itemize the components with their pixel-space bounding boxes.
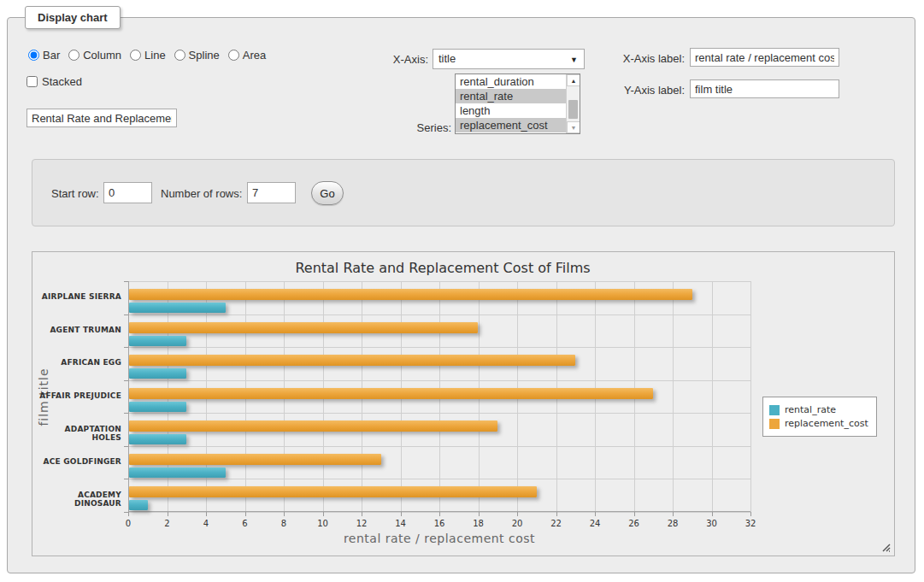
page: Display chart BarColumnLineSplineArea St… <box>0 0 924 582</box>
bar-replacement_cost-airplane-sierra[interactable] <box>129 289 692 300</box>
x-tick-label: 10 <box>310 519 336 528</box>
chart-title: Rental Rate and Replacement Cost of Film… <box>32 260 853 276</box>
x-tick-label: 26 <box>621 519 647 528</box>
category-label-adaptation-holes: ADAPTATION HOLES <box>32 425 121 442</box>
y-tick-mark <box>124 446 128 447</box>
bar-replacement_cost-african-egg[interactable] <box>129 355 575 366</box>
chart-type-option-line: Line <box>130 49 166 62</box>
chevron-down-icon: ▼ <box>570 50 578 69</box>
go-button[interactable]: Go <box>311 181 344 205</box>
gridline-horizontal <box>128 380 750 381</box>
x-axis-select-label: X-Axis: <box>350 53 428 66</box>
y-tick-mark <box>124 315 128 315</box>
series-select-label: Series: <box>375 121 451 134</box>
x-tick-mark <box>284 512 285 516</box>
chart-type-radio-label: Bar <box>43 49 60 62</box>
scrollbar-thumb[interactable] <box>568 100 578 119</box>
y-tick-mark <box>124 413 128 414</box>
x-tick-label: 8 <box>271 519 297 528</box>
x-tick-mark <box>634 512 635 516</box>
bar-replacement_cost-ace-goldfinger[interactable] <box>129 454 381 465</box>
gridline-horizontal <box>128 413 750 414</box>
chart-type-option-bar: Bar <box>28 49 60 62</box>
bar-replacement_cost-agent-truman[interactable] <box>129 322 478 333</box>
y-axis-label-label: Y-Axis label: <box>597 84 685 97</box>
x-tick-mark <box>323 512 324 516</box>
x-axis-select[interactable]: title ▼ <box>433 49 585 69</box>
x-tick-label: 0 <box>115 519 141 528</box>
series-option-replacement_cost[interactable]: replacement_cost <box>456 118 566 132</box>
series-options: rental_durationrental_ratelengthreplacem… <box>456 74 566 133</box>
chart-type-radio-column[interactable] <box>68 50 79 61</box>
legend-item-rental_rate[interactable]: rental_rate <box>769 404 868 415</box>
legend-label: rental_rate <box>785 404 836 415</box>
fieldset-legend: Display chart <box>25 6 121 29</box>
x-tick-label: 2 <box>155 519 180 528</box>
series-option-length[interactable]: length <box>456 103 566 118</box>
series-option-rental_duration[interactable]: rental_duration <box>456 74 566 89</box>
x-tick-mark <box>168 512 168 516</box>
gridline-horizontal <box>128 446 750 447</box>
y-tick-mark <box>124 347 128 348</box>
x-tick-mark <box>401 512 402 516</box>
series-scrollbar[interactable]: ▲ ▼ <box>566 74 580 133</box>
y-tick-mark <box>124 380 128 381</box>
bar-rental_rate-agent-truman[interactable] <box>129 336 186 346</box>
series-listbox[interactable]: rental_durationrental_ratelengthreplacem… <box>455 73 580 134</box>
bar-replacement_cost-affair-prejudice[interactable] <box>129 388 653 399</box>
gridline-horizontal <box>128 347 750 348</box>
legend-item-replacement_cost[interactable]: replacement_cost <box>769 418 868 429</box>
chart-type-radio-bar[interactable] <box>28 50 39 61</box>
plot-area <box>128 281 750 512</box>
display-chart-fieldset: Display chart BarColumnLineSplineArea St… <box>7 17 915 573</box>
scroll-up-icon[interactable]: ▲ <box>567 74 580 86</box>
bar-rental_rate-academy-dinosaur[interactable] <box>129 500 148 510</box>
x-tick-label: 32 <box>738 519 763 528</box>
x-tick-mark <box>206 512 207 516</box>
stacked-label: Stacked <box>42 75 82 88</box>
bar-rental_rate-ace-goldfinger[interactable] <box>129 467 226 478</box>
x-axis-label-input[interactable] <box>690 48 839 67</box>
y-tick-mark <box>124 512 128 513</box>
x-axis-selected-value: title <box>438 52 456 65</box>
x-tick-label: 30 <box>699 519 725 528</box>
scroll-down-icon[interactable]: ▼ <box>567 121 580 133</box>
gridline-horizontal <box>128 479 750 479</box>
chart-type-radio-group: BarColumnLineSplineArea <box>28 49 274 62</box>
chart-type-radio-area[interactable] <box>228 50 239 61</box>
bar-replacement_cost-academy-dinosaur[interactable] <box>129 486 537 497</box>
chart-title-input[interactable] <box>26 109 177 127</box>
category-label-academy-dinosaur: ACADEMY DINOSAUR <box>32 491 121 508</box>
x-tick-mark <box>556 512 557 516</box>
num-rows-input[interactable] <box>247 182 296 203</box>
chart-type-radio-spline[interactable] <box>174 50 185 61</box>
chart-container: Rental Rate and Replacement Cost of Film… <box>32 251 895 556</box>
bar-rental_rate-airplane-sierra[interactable] <box>129 303 226 313</box>
x-tick-label: 24 <box>582 519 608 528</box>
bar-rental_rate-african-egg[interactable] <box>129 368 186 379</box>
gridline-vertical <box>673 281 674 512</box>
category-label-agent-truman: AGENT TRUMAN <box>32 326 121 334</box>
x-tick-label: 16 <box>427 519 452 528</box>
gridline-vertical <box>712 281 713 512</box>
stacked-checkbox[interactable] <box>26 76 38 87</box>
y-tick-mark <box>124 281 128 282</box>
x-tick-mark <box>673 512 674 516</box>
bar-replacement_cost-adaptation-holes[interactable] <box>129 420 497 432</box>
start-row-input[interactable] <box>103 182 152 203</box>
start-row-label: Start row: <box>51 187 99 200</box>
series-option-rental_rate[interactable]: rental_rate <box>456 89 566 103</box>
x-axis-label-label: X-Axis label: <box>597 52 685 65</box>
chart-type-radio-line[interactable] <box>130 50 141 61</box>
y-axis-label-input[interactable] <box>690 79 839 98</box>
x-tick-label: 18 <box>466 519 491 528</box>
resize-handle-icon[interactable] <box>881 543 891 552</box>
x-tick-mark <box>750 512 751 516</box>
chart-type-radio-label: Spline <box>189 49 220 62</box>
x-tick-mark <box>712 512 713 516</box>
legend-swatch-replacement_cost <box>769 419 780 429</box>
bar-rental_rate-affair-prejudice[interactable] <box>129 402 186 412</box>
bar-rental_rate-adaptation-holes[interactable] <box>129 434 186 444</box>
num-rows-label: Number of rows: <box>161 187 242 200</box>
stacked-option: Stacked <box>26 75 82 88</box>
